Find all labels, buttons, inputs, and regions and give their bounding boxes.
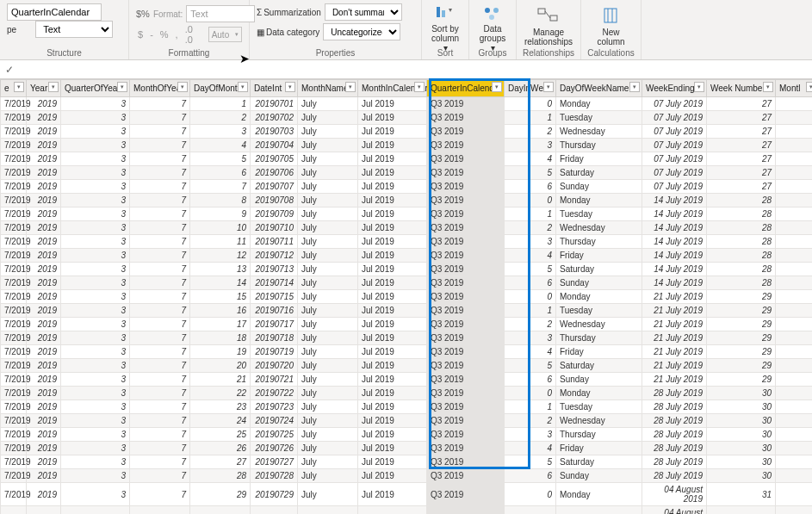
cell[interactable]: 7 [130, 414, 190, 428]
cell[interactable]: Saturday [556, 166, 642, 180]
column-header-Year[interactable]: Year▾ [27, 80, 61, 97]
cell[interactable] [776, 373, 813, 387]
cell[interactable]: 7 [130, 359, 190, 373]
cell[interactable]: 2019 [27, 290, 61, 304]
cell[interactable]: 30 [707, 455, 776, 469]
cell[interactable]: 14 [190, 276, 251, 290]
cell[interactable]: Monday [556, 194, 642, 207]
cell[interactable] [776, 207, 813, 221]
cell[interactable]: 07 July 2019 [642, 152, 707, 166]
cell[interactable]: 28 July 2019 [642, 455, 707, 469]
filter-dropdown-icon[interactable]: ▾ [543, 82, 554, 92]
cell[interactable]: 4 [505, 442, 556, 455]
cell[interactable]: 0 [505, 194, 556, 207]
cell[interactable] [776, 400, 813, 414]
comma-button[interactable]: , [174, 29, 180, 40]
cell[interactable]: 21 July 2019 [642, 359, 707, 373]
column-header-MonthOfYear[interactable]: MonthOfYear▾ [130, 80, 190, 97]
cell[interactable]: 28 [707, 263, 776, 276]
cell[interactable]: 1 [505, 111, 556, 125]
cell[interactable]: 7 [130, 139, 190, 152]
cell[interactable]: 07 July 2019 [642, 125, 707, 139]
cell[interactable]: 04 August 2019 [642, 483, 707, 506]
cell[interactable]: 7/2019 [1, 442, 27, 455]
table-row[interactable]: 7/20192019372420190724JulyJul 2019Q3 201… [1, 414, 813, 428]
cell[interactable]: 2019 [27, 304, 61, 318]
cell[interactable]: 29 [707, 331, 776, 345]
cell[interactable]: 3 [505, 235, 556, 249]
table-row[interactable]: 7/2019201937820190708JulyJul 2019Q3 2019… [1, 194, 813, 207]
cell[interactable]: 20190705 [251, 152, 298, 166]
cell[interactable]: 21 July 2019 [642, 331, 707, 345]
cell[interactable]: 29 [707, 373, 776, 387]
cell[interactable]: July [298, 139, 358, 152]
cell[interactable]: 7/2019 [1, 400, 27, 414]
cell[interactable]: Q3 2019 [427, 414, 505, 428]
cell[interactable]: 3 [61, 263, 130, 276]
table-row[interactable]: 7/20192019372820190728JulyJul 2019Q3 201… [1, 469, 813, 483]
cell[interactable]: 27 [707, 97, 776, 111]
cell[interactable]: 6 [505, 373, 556, 387]
cell[interactable]: Q3 2019 [427, 400, 505, 414]
cell[interactable] [776, 221, 813, 235]
cell[interactable]: 7/2019 [1, 414, 27, 428]
cell[interactable]: 28 [707, 276, 776, 290]
cell[interactable]: 29 [707, 290, 776, 304]
cell[interactable]: 2019 [27, 414, 61, 428]
cell[interactable]: July [298, 455, 358, 469]
table-row[interactable]: 7/20192019372520190725JulyJul 2019Q3 201… [1, 428, 813, 442]
cell[interactable]: 20190704 [251, 139, 298, 152]
cell[interactable]: Wednesday [556, 221, 642, 235]
cell[interactable]: 3 [61, 455, 130, 469]
cell[interactable]: Wednesday [556, 125, 642, 139]
cell[interactable]: Saturday [556, 455, 642, 469]
cell[interactable]: 28 July 2019 [642, 414, 707, 428]
table-row[interactable]: 7/20192019372620190726JulyJul 2019Q3 201… [1, 442, 813, 455]
cell[interactable]: 3 [61, 304, 130, 318]
cell[interactable] [776, 318, 813, 331]
cell[interactable]: 7/2019 [1, 506, 27, 515]
cell[interactable]: Jul 2019 [358, 139, 427, 152]
cell[interactable]: 7/2019 [1, 180, 27, 194]
cell[interactable]: 4 [505, 249, 556, 263]
cell[interactable] [776, 442, 813, 455]
cell[interactable]: Thursday [556, 235, 642, 249]
cell[interactable]: Q3 2019 [427, 152, 505, 166]
cell[interactable]: 21 July 2019 [642, 290, 707, 304]
cell[interactable]: 7 [130, 125, 190, 139]
cell[interactable]: 29 [707, 304, 776, 318]
cell[interactable]: Jul 2019 [358, 97, 427, 111]
cell[interactable]: 27 [707, 180, 776, 194]
cell[interactable]: Q3 2019 [427, 318, 505, 331]
cell[interactable]: Q3 2019 [427, 249, 505, 263]
cell[interactable]: Q3 2019 [427, 207, 505, 221]
cell[interactable]: 7 [130, 400, 190, 414]
cell[interactable]: 7 [130, 442, 190, 455]
cell[interactable]: 07 July 2019 [642, 139, 707, 152]
cell[interactable]: Jul 2019 [358, 152, 427, 166]
cell[interactable]: 0 [505, 387, 556, 400]
cell[interactable]: Jul 2019 [358, 180, 427, 194]
cell[interactable]: 07 July 2019 [642, 97, 707, 111]
cell[interactable]: 24 [190, 414, 251, 428]
cell[interactable]: 20190707 [251, 180, 298, 194]
cell[interactable]: Jul 2019 [358, 387, 427, 400]
cell[interactable]: 20190708 [251, 194, 298, 207]
cell[interactable]: 7 [130, 235, 190, 249]
cell[interactable]: Q3 2019 [427, 506, 505, 515]
cell[interactable]: Friday [556, 152, 642, 166]
cell[interactable]: 0 [505, 483, 556, 506]
cell[interactable]: Jul 2019 [358, 442, 427, 455]
cell[interactable]: 31 [707, 483, 776, 506]
cell[interactable]: 3 [505, 331, 556, 345]
filter-dropdown-icon[interactable]: ▾ [492, 82, 502, 92]
cell[interactable]: 5 [505, 359, 556, 373]
cell[interactable]: July [298, 428, 358, 442]
cell[interactable]: Jul 2019 [358, 166, 427, 180]
column-header-QuarterOfYear[interactable]: QuarterOfYear▾ [61, 80, 130, 97]
cell[interactable]: 3 [61, 290, 130, 304]
cell[interactable]: 20190701 [251, 97, 298, 111]
cell[interactable]: 20190717 [251, 318, 298, 331]
cell[interactable]: 7/2019 [1, 483, 27, 506]
cell[interactable] [776, 152, 813, 166]
